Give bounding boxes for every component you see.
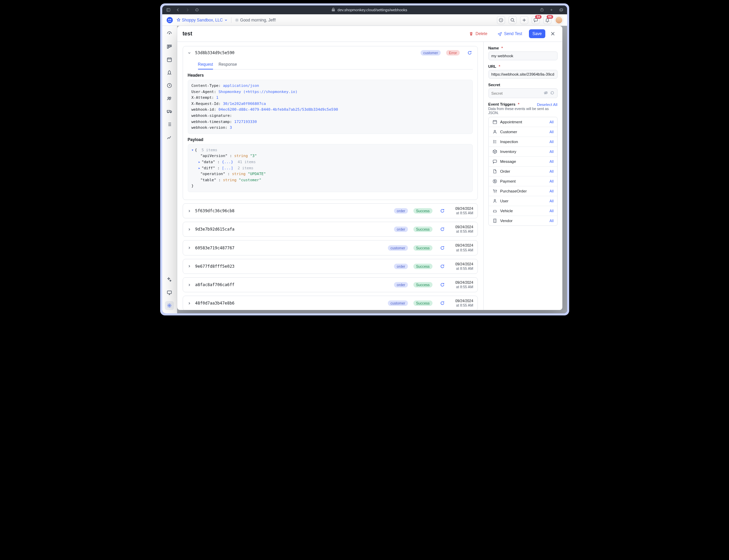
name-input[interactable] <box>488 51 558 60</box>
retry-button[interactable] <box>439 263 446 270</box>
triggers-note: Data from these events will be sent as J… <box>488 107 558 115</box>
delete-button[interactable]: Delete <box>466 29 491 38</box>
trigger-all-link[interactable]: All <box>549 150 553 154</box>
webhook-modal: test Delete Send Test Save <box>177 26 562 310</box>
url-label: URL * <box>488 64 558 68</box>
trigger-row[interactable]: OrderAll <box>489 167 557 176</box>
retry-button[interactable] <box>466 49 473 57</box>
regenerate-icon[interactable] <box>550 91 555 96</box>
retry-button[interactable] <box>439 281 446 289</box>
svg-point-10 <box>511 18 514 21</box>
new-tab-icon[interactable] <box>549 7 554 13</box>
svg-rect-23 <box>167 291 171 294</box>
retry-button[interactable] <box>439 299 446 307</box>
sidebar-time[interactable] <box>165 81 174 90</box>
chevron-right-icon[interactable] <box>187 282 192 287</box>
svg-point-24 <box>169 305 170 306</box>
event-id: 5f639dfc36c96cb8 <box>195 208 235 213</box>
tab-response[interactable]: Response <box>218 60 237 69</box>
sidebar-people[interactable] <box>165 94 174 103</box>
trigger-all-link[interactable]: All <box>549 120 553 124</box>
trigger-all-link[interactable]: All <box>549 189 553 193</box>
back-icon[interactable] <box>175 7 181 13</box>
trigger-row[interactable]: UserAll <box>489 196 557 206</box>
trigger-name: Vehicle <box>500 209 550 213</box>
tab-request[interactable]: Request <box>198 60 213 69</box>
event-row[interactable]: 48f0d7aa3b47e8b6customerSuccess09/24/202… <box>183 296 478 310</box>
svg-point-22 <box>170 112 171 113</box>
sidebar-board[interactable] <box>165 42 174 51</box>
search-icon[interactable] <box>508 16 517 24</box>
retry-button[interactable] <box>439 225 446 233</box>
retry-button[interactable] <box>439 207 446 215</box>
sidebar-calendar[interactable] <box>165 55 174 64</box>
reload-icon[interactable] <box>194 7 200 13</box>
event-type-tag: customer <box>388 300 408 306</box>
trigger-row[interactable]: AppointmentAll <box>489 117 557 127</box>
event-row[interactable]: 53d8b334d9c5e590customerErrorRequestResp… <box>183 46 478 200</box>
sidebar-toggle-icon[interactable] <box>166 7 171 13</box>
plus-icon[interactable] <box>520 16 528 24</box>
trigger-row[interactable]: PurchaseOrderAll <box>489 186 557 196</box>
trigger-all-link[interactable]: All <box>549 219 553 223</box>
secret-input[interactable] <box>491 91 542 95</box>
chevron-down-icon[interactable] <box>187 50 192 55</box>
svg-rect-16 <box>167 58 171 62</box>
trigger-row[interactable]: PaymentAll <box>489 176 557 186</box>
event-row[interactable]: 60583e719c487767customerSuccess09/24/202… <box>183 240 478 255</box>
chevron-right-icon[interactable] <box>187 227 192 232</box>
trigger-all-link[interactable]: All <box>549 130 553 134</box>
sidebar-truck[interactable] <box>165 107 174 116</box>
trigger-row[interactable]: CustomerAll <box>489 127 557 137</box>
trigger-row[interactable]: InspectionAll <box>489 137 557 147</box>
deselect-all-button[interactable]: Deselect All <box>537 103 557 107</box>
sidebar-list[interactable] <box>165 120 174 129</box>
trigger-all-link[interactable]: All <box>549 159 553 164</box>
event-row[interactable]: 9e677fd8fff5e023orderSuccess09/24/2024at… <box>183 259 478 274</box>
sidebar-dashboard[interactable] <box>165 29 174 38</box>
trigger-row[interactable]: VehicleAll <box>489 206 557 216</box>
org-switcher[interactable]: Shoppy Sandbox, LLC <box>177 18 228 22</box>
event-type-tag: order <box>394 208 408 214</box>
sidebar-reports[interactable] <box>165 133 174 142</box>
trigger-row[interactable]: InventoryAll <box>489 147 557 157</box>
chat-icon[interactable]: 34 <box>532 16 540 24</box>
event-row[interactable]: a8fac8af706ca6fforderSuccess09/24/2024at… <box>183 277 478 292</box>
trigger-all-link[interactable]: All <box>549 179 553 183</box>
tabs-icon[interactable] <box>558 7 564 13</box>
event-id: 9e677fd8fff5e023 <box>195 264 235 269</box>
bell-icon[interactable]: 66 <box>543 16 551 24</box>
chevron-right-icon[interactable] <box>187 264 192 269</box>
event-row[interactable]: 5f639dfc36c96cb8orderSuccess09/24/2024at… <box>183 203 478 218</box>
event-timestamp: 09/24/2024at 8:55 AM <box>453 243 473 252</box>
retry-button[interactable] <box>439 244 446 252</box>
share-icon[interactable] <box>539 7 545 13</box>
app-topbar: Shoppy Sandbox, LLC Good morning, Jeff! … <box>162 14 567 26</box>
trigger-all-link[interactable]: All <box>549 199 553 203</box>
chevron-right-icon[interactable] <box>187 208 192 213</box>
event-row[interactable]: 9d3e7b92d615cafaorderSuccess09/24/2024at… <box>183 222 478 237</box>
chevron-right-icon[interactable] <box>187 301 192 306</box>
sidebar-settings[interactable] <box>165 301 174 310</box>
event-id: 60583e719c487767 <box>195 246 235 250</box>
forward-icon[interactable] <box>185 7 190 13</box>
save-button[interactable]: Save <box>529 29 545 38</box>
eye-icon[interactable] <box>544 91 548 96</box>
trigger-all-link[interactable]: All <box>549 209 553 213</box>
address-bar[interactable]: dev.shopmonkey.cloud/settings/webhooks <box>204 7 535 12</box>
trigger-row[interactable]: MessageAll <box>489 157 557 167</box>
event-status-tag: Success <box>413 300 432 306</box>
avatar[interactable] <box>555 16 563 24</box>
url-input[interactable] <box>488 70 558 79</box>
sidebar-desktop[interactable] <box>165 288 174 297</box>
trigger-all-link[interactable]: All <box>549 140 553 144</box>
chevron-right-icon[interactable] <box>187 246 192 250</box>
close-button[interactable] <box>549 30 557 38</box>
headers-heading: Headers <box>188 73 473 78</box>
send-test-button[interactable]: Send Test <box>494 29 526 38</box>
sidebar-rocket[interactable] <box>165 68 174 77</box>
history-icon[interactable] <box>497 16 505 24</box>
trigger-all-link[interactable]: All <box>549 169 553 173</box>
sidebar-magic[interactable] <box>165 275 174 284</box>
trigger-row[interactable]: VendorAll <box>489 216 557 225</box>
